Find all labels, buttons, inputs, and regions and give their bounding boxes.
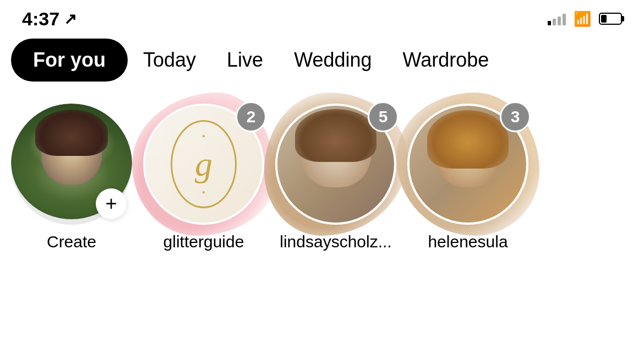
glitterguide-avatar-wrap: g 2: [143, 104, 264, 225]
create-username: Create: [47, 232, 96, 251]
stories-row: + Create g 2 glitterguide 5: [0, 93, 644, 251]
tab-today[interactable]: Today: [128, 39, 211, 82]
tab-wedding[interactable]: Wedding: [279, 39, 387, 82]
story-glitterguide[interactable]: g 2 glitterguide: [143, 104, 264, 251]
tab-live[interactable]: Live: [211, 39, 279, 82]
status-time: 4:37 ↗: [22, 8, 77, 30]
story-helenesula[interactable]: 3 helenesula: [407, 104, 528, 251]
signal-bar-4: [563, 14, 566, 25]
lindsayscholz-badge: 5: [368, 101, 399, 132]
signal-bar-3: [558, 17, 561, 25]
story-create[interactable]: + Create: [11, 104, 132, 251]
plus-badge: +: [96, 188, 127, 219]
navigation-tabs: For you Today Live Wedding Wardrobe: [0, 33, 644, 93]
lindsayscholz-username: lindsayscholz...: [280, 232, 391, 251]
tab-for-you[interactable]: For you: [11, 39, 128, 82]
battery-fill: [601, 15, 607, 23]
glitter-g-letter: g: [195, 144, 212, 185]
signal-bars-icon: [548, 12, 566, 25]
glitter-oval: g: [171, 120, 237, 208]
battery-icon: [599, 13, 622, 25]
create-avatar-wrap: +: [11, 104, 132, 225]
plus-icon: +: [105, 194, 117, 214]
helenesula-avatar-wrap: 3: [407, 104, 528, 225]
time-display: 4:37: [22, 8, 59, 30]
location-icon: ↗: [64, 10, 77, 28]
signal-bar-2: [553, 19, 556, 25]
signal-bar-1: [548, 21, 551, 25]
status-bar: 4:37 ↗ 📶: [0, 0, 644, 33]
story-lindsayscholz[interactable]: 5 lindsayscholz...: [275, 104, 396, 251]
status-icons: 📶: [548, 10, 622, 28]
lindsayscholz-avatar-wrap: 5: [275, 104, 396, 225]
battery-body: [599, 13, 622, 25]
helenesula-badge: 3: [500, 101, 531, 132]
glitterguide-badge: 2: [236, 101, 266, 132]
wifi-icon: 📶: [574, 10, 591, 28]
tab-wardrobe[interactable]: Wardrobe: [388, 39, 505, 82]
